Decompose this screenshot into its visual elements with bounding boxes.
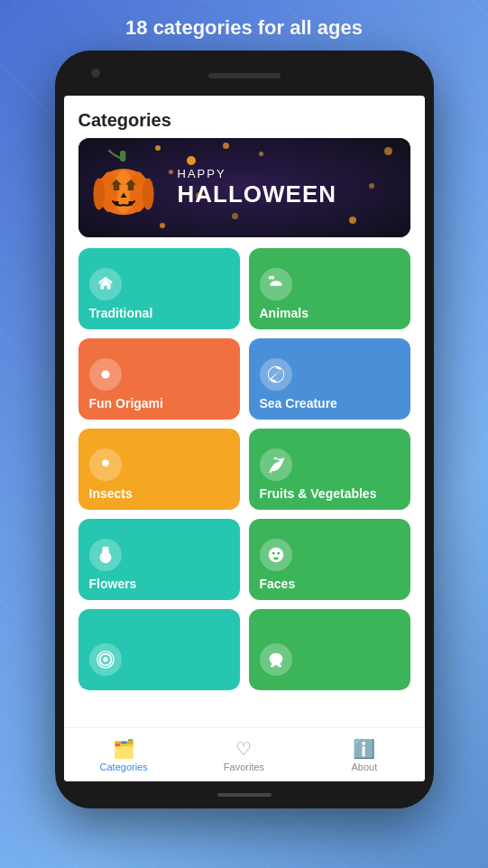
svg-point-20 [269,550,272,554]
about-nav-icon: ℹ️ [353,738,375,760]
halloween-banner[interactable]: HAPPY HALLOWEEN [78,138,410,237]
category-insects[interactable]: Insects [78,429,240,510]
banner-halloween-text: HALLOWEEN [178,180,337,208]
category-9[interactable] [78,609,240,690]
svg-point-19 [277,552,280,555]
fun-origami-icon [89,358,122,391]
svg-point-15 [102,460,108,466]
camera-dot [91,69,100,78]
nav-categories[interactable]: 🗂️ Categories [92,738,155,772]
categories-nav-icon: 🗂️ [113,738,135,760]
favorites-nav-icon: ♡ [235,738,252,760]
phone-bottom-bar [55,781,434,808]
categories-nav-label: Categories [100,762,148,772]
svg-rect-10 [115,201,118,206]
phone-top-bar [55,51,434,96]
categories-heading: Categories [64,96,425,138]
favorites-nav-label: Favorites [224,762,264,772]
svg-point-22 [103,657,108,662]
category-grid: Traditional Animals [64,248,425,699]
nav-about[interactable]: ℹ️ About [333,738,396,772]
screen-scroll-content: Categories [64,96,425,727]
speaker-grill [208,73,281,78]
category-traditional[interactable]: Traditional [78,248,240,329]
about-nav-label: About [351,762,377,772]
svg-point-18 [272,552,274,555]
category-9-icon [89,643,122,676]
svg-point-6 [142,178,153,209]
fun-origami-label: Fun Origami [89,396,163,411]
sea-creature-icon [260,358,292,391]
pumpkin-image [87,147,169,228]
faces-label: Faces [260,577,296,591]
faces-icon [260,539,292,571]
fruits-veg-label: Fruits & Vegetables [260,486,377,501]
category-fun-origami[interactable]: Fun Origami [78,338,240,420]
banner-happy-text: HAPPY [178,167,337,180]
traditional-label: Traditional [89,306,153,320]
phone-screen: Categories [64,96,425,781]
flowers-label: Flowers [89,577,137,591]
category-10-icon [260,643,292,676]
fruits-veg-icon [260,448,292,481]
banner-text-block: HAPPY HALLOWEEN [178,167,337,208]
svg-point-16 [104,556,107,559]
category-sea-creature[interactable]: Sea Creature [249,338,410,420]
category-10[interactable] [249,609,410,690]
phone-frame: Categories [55,51,434,808]
svg-rect-0 [120,151,125,162]
category-animals[interactable]: Animals [249,248,410,329]
sea-creature-label: Sea Creature [260,396,337,411]
nav-favorites[interactable]: ♡ Favorites [212,738,275,772]
insects-label: Insects [89,486,133,501]
svg-rect-11 [128,201,132,206]
category-faces[interactable]: Faces [249,519,410,600]
traditional-icon [89,268,122,300]
category-flowers[interactable]: Flowers [78,519,240,600]
svg-point-14 [101,370,109,378]
category-fruits-vegetables[interactable]: Fruits & Vegetables [249,429,410,510]
svg-point-5 [93,178,105,209]
flowers-icon [89,539,122,571]
page-title: 18 categories for all ages [107,0,381,51]
animals-label: Animals [260,306,308,320]
bottom-nav: 🗂️ Categories ♡ Favorites ℹ️ About [64,727,425,781]
insects-icon [89,448,122,481]
svg-point-21 [279,550,282,554]
svg-point-17 [268,548,283,563]
animals-icon [260,268,292,300]
